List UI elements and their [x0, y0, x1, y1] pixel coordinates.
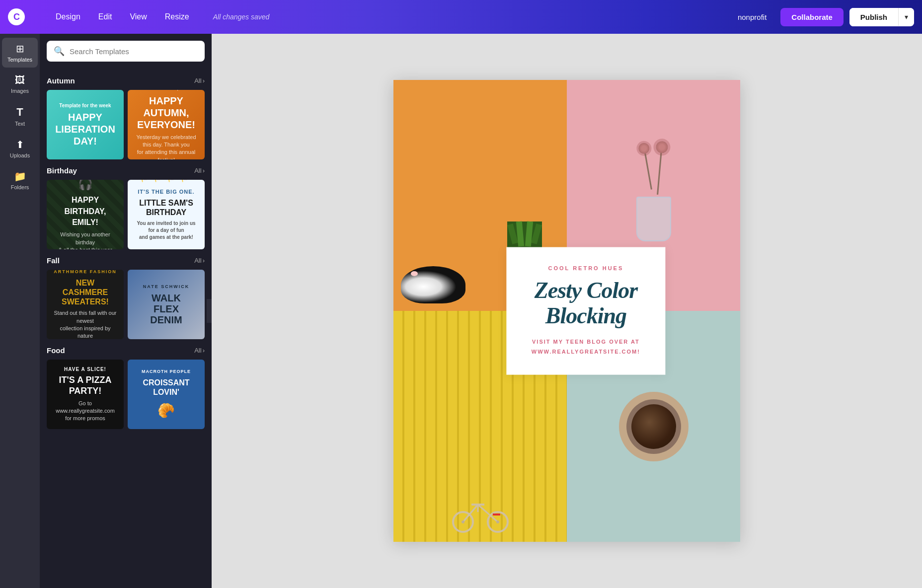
- sidebar-item-text[interactable]: T Text: [2, 101, 38, 132]
- text-label: Text: [15, 121, 25, 127]
- section-fall-header: Fall All ›: [47, 256, 205, 265]
- folders-icon: 📁: [14, 170, 26, 182]
- section-birthday-header: Birthday All ›: [47, 166, 205, 175]
- nav-menu: Design Edit View Resize: [48, 8, 197, 25]
- canvas-area: COOL RETRO HUES Zesty Color Blocking VIS…: [212, 34, 922, 588]
- nav-view[interactable]: View: [122, 8, 154, 25]
- overlay-title: Zesty Color Blocking: [521, 278, 650, 328]
- panel-collapse-handle[interactable]: ‹: [207, 299, 212, 323]
- save-status: All changes saved: [213, 13, 270, 21]
- nav-right: nonprofit Collaborate Publish ▾: [730, 8, 914, 26]
- templates-label: Templates: [7, 57, 32, 63]
- guinea-pig-shape: [401, 266, 465, 306]
- fall-all-link[interactable]: All ›: [194, 257, 205, 264]
- uploads-label: Uploads: [10, 152, 30, 158]
- section-autumn-header: Autumn All ›: [47, 76, 205, 85]
- templates-panel: 🔍 Autumn All › Template for the week HAP…: [40, 34, 212, 588]
- template-card-birthday-2[interactable]: 🎏🎏🎏🎏 IT'S THE BIG ONE. LITTLE SAM'SBIRTH…: [128, 180, 205, 249]
- sidebar-item-uploads[interactable]: ⬆ Uploads: [2, 134, 38, 163]
- publish-btn-group: Publish ▾: [849, 8, 914, 26]
- template-card-food-1[interactable]: HAVE A SLICE! IT'S A PIZZAPARTY! Go to w…: [47, 360, 124, 429]
- autumn-all-link[interactable]: All ›: [194, 77, 205, 84]
- nav-edit[interactable]: Edit: [90, 8, 120, 25]
- folders-label: Folders: [11, 184, 29, 190]
- topnav: C Design Edit View Resize All changes sa…: [0, 0, 922, 34]
- autumn-template-grid: Template for the week HAPPYLIBERATIONDAY…: [47, 90, 205, 159]
- overlay-subtitle: COOL RETRO HUES: [521, 265, 650, 271]
- birthday-template-grid: 🎧 HAPPY BIRTHDAY,EMILY! Wishing you anot…: [47, 180, 205, 249]
- images-icon: 🖼: [15, 74, 25, 86]
- search-input[interactable]: [70, 47, 198, 56]
- autumn-section-title: Autumn: [47, 76, 75, 85]
- fall-template-grid: ARTHMORE FASHION NEW CASHMERESWEATERS! S…: [47, 270, 205, 339]
- svg-point-8: [461, 520, 464, 523]
- section-food-header: Food All ›: [47, 346, 205, 355]
- main-layout: ⊞ Templates 🖼 Images T Text ⬆ Uploads 📁 …: [0, 34, 922, 588]
- flower-jar: [636, 150, 671, 241]
- bike-svg: [451, 490, 510, 534]
- birthday-all-link[interactable]: All ›: [194, 167, 205, 174]
- collaborate-button[interactable]: Collaborate: [780, 8, 844, 26]
- template-card-fall-1[interactable]: ARTHMORE FASHION NEW CASHMERESWEATERS! S…: [47, 270, 124, 339]
- food-all-link[interactable]: All ›: [194, 347, 205, 354]
- publish-dropdown-button[interactable]: ▾: [898, 8, 914, 26]
- text-icon: T: [16, 106, 23, 119]
- templates-icon: ⊞: [16, 43, 24, 55]
- uploads-icon: ⬆: [16, 139, 24, 150]
- icon-sidebar: ⊞ Templates 🖼 Images T Text ⬆ Uploads 📁 …: [0, 34, 40, 588]
- text-overlay-box: COOL RETRO HUES Zesty Color Blocking VIS…: [506, 247, 665, 375]
- coffee-cup-overhead: [619, 392, 689, 461]
- nav-resize[interactable]: Resize: [157, 8, 197, 25]
- svg-point-9: [496, 520, 499, 523]
- design-canvas: COOL RETRO HUES Zesty Color Blocking VIS…: [393, 80, 740, 542]
- search-bar: 🔍: [47, 41, 205, 62]
- search-icon: 🔍: [54, 46, 65, 57]
- nonprofit-button[interactable]: nonprofit: [730, 9, 774, 25]
- food-section-title: Food: [47, 346, 65, 355]
- publish-button[interactable]: Publish: [849, 8, 898, 26]
- sidebar-item-images[interactable]: 🖼 Images: [2, 70, 38, 99]
- canva-logo-circle: C: [8, 8, 25, 25]
- template-card-autumn-2[interactable]: SEPTEMBER 1, 2023 HAPPYAUTUMN,EVERYONE! …: [128, 90, 205, 159]
- birthday-section-title: Birthday: [47, 166, 77, 175]
- fall-section-title: Fall: [47, 256, 60, 265]
- template-card-autumn-1[interactable]: Template for the week HAPPYLIBERATIONDAY…: [47, 90, 124, 159]
- search-bar-container: 🔍: [40, 34, 212, 67]
- sidebar-item-folders[interactable]: 📁 Folders: [2, 165, 38, 195]
- nav-design[interactable]: Design: [48, 8, 88, 25]
- food-template-grid: HAVE A SLICE! IT'S A PIZZAPARTY! Go to w…: [47, 360, 205, 429]
- template-card-food-2[interactable]: MACROTH PEOPLE CROISSANTLOVIN' 🥐: [128, 360, 205, 429]
- templates-scroll[interactable]: Autumn All › Template for the week HAPPY…: [40, 67, 212, 588]
- template-card-fall-2[interactable]: NATE SCHWICK WALKFLEXDENIM: [128, 270, 205, 339]
- sidebar-item-templates[interactable]: ⊞ Templates: [2, 38, 38, 68]
- template-card-birthday-1[interactable]: 🎧 HAPPY BIRTHDAY,EMILY! Wishing you anot…: [47, 180, 124, 249]
- overlay-body: VISIT MY TEEN BLOG OVER ATWWW.REALLYGREA…: [521, 337, 650, 357]
- canva-logo[interactable]: C: [8, 8, 28, 25]
- images-label: Images: [11, 88, 29, 94]
